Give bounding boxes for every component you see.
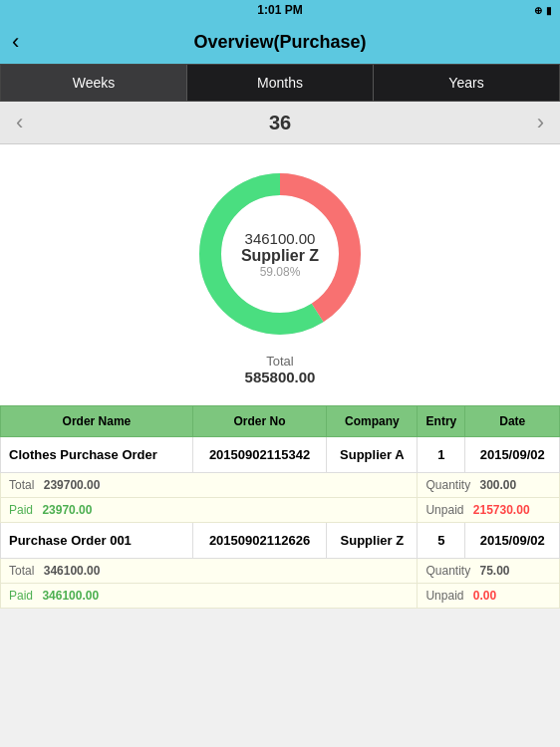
tab-weeks[interactable]: Weeks — [1, 65, 187, 101]
paid-val: 346100.00 — [42, 589, 99, 603]
detail-row-total: Total 346100.00 Quantity 75.00 — [1, 559, 560, 584]
donut-supplier: Supplier Z — [241, 247, 319, 265]
cell-total: Total 346100.00 — [1, 559, 418, 584]
wifi-icon: ⊕ — [534, 5, 542, 16]
total-val: 239700.00 — [44, 478, 101, 492]
cell-quantity: Quantity 75.00 — [418, 559, 560, 584]
cell-order-name: Purchase Order 001 — [1, 523, 193, 559]
status-icons: ⊕ ▮ — [534, 5, 552, 16]
paid-val: 23970.00 — [42, 503, 92, 517]
cell-paid: Paid 23970.00 — [1, 498, 418, 523]
col-entry: Entry — [418, 406, 465, 437]
week-number: 36 — [269, 112, 291, 134]
cell-unpaid: Unpaid 215730.00 — [418, 498, 560, 523]
detail-row-paid: Paid 346100.00 Unpaid 0.00 — [1, 584, 560, 609]
detail-row-paid: Paid 23970.00 Unpaid 215730.00 — [1, 498, 560, 523]
total-section: Total 585800.00 — [245, 354, 316, 393]
total-value: 585800.00 — [245, 369, 316, 385]
col-order-name: Order Name — [1, 406, 193, 437]
prev-week-button[interactable]: ‹ — [16, 110, 23, 135]
cell-order-name: Clothes Purchase Order — [1, 437, 193, 473]
orders-table-wrapper: Order Name Order No Company Entry Date C… — [0, 405, 560, 609]
unpaid-label: Unpaid — [425, 589, 463, 603]
back-arrow-icon: ‹ — [12, 29, 19, 55]
tab-bar: Weeks Months Years — [0, 64, 560, 102]
paid-label: Paid — [9, 589, 33, 603]
quantity-val: 75.00 — [480, 564, 510, 578]
header: ‹ Overview(Purchase) — [0, 20, 560, 64]
cell-entry: 1 — [418, 437, 465, 473]
tab-months[interactable]: Months — [187, 65, 374, 101]
battery-icon: ▮ — [546, 5, 552, 16]
header-title: Overview(Purchase) — [193, 32, 366, 53]
col-order-no: Order No — [192, 406, 326, 437]
cell-order-no: 20150902112626 — [192, 523, 326, 559]
table-row[interactable]: Clothes Purchase Order 20150902115342 Su… — [1, 437, 560, 473]
quantity-val: 300.00 — [480, 478, 517, 492]
table-row[interactable]: Purchase Order 001 20150902112626 Suppli… — [1, 523, 560, 559]
detail-row-total: Total 239700.00 Quantity 300.00 — [1, 473, 560, 498]
cell-total: Total 239700.00 — [1, 473, 418, 498]
cell-order-no: 20150902115342 — [192, 437, 326, 473]
col-company: Company — [327, 406, 418, 437]
table-body: Clothes Purchase Order 20150902115342 Su… — [1, 437, 560, 609]
cell-paid: Paid 346100.00 — [1, 584, 418, 609]
table-header: Order Name Order No Company Entry Date — [1, 406, 560, 437]
status-bar: 1:01 PM ⊕ ▮ — [0, 0, 560, 20]
total-label: Total — [245, 354, 316, 369]
chart-area: 346100.00 Supplier Z 59.08% Total 585800… — [0, 144, 560, 405]
cell-quantity: Quantity 300.00 — [418, 473, 560, 498]
next-week-button[interactable]: › — [537, 110, 544, 135]
donut-value: 346100.00 — [241, 230, 319, 247]
back-button[interactable]: ‹ — [12, 29, 19, 55]
donut-chart: 346100.00 Supplier Z 59.08% — [190, 164, 370, 344]
paid-label: Paid — [9, 503, 33, 517]
total-label: Total — [9, 478, 34, 492]
cell-date: 2015/09/02 — [465, 523, 560, 559]
donut-center: 346100.00 Supplier Z 59.08% — [241, 230, 319, 279]
cell-unpaid: Unpaid 0.00 — [418, 584, 560, 609]
donut-percent: 59.08% — [241, 265, 319, 279]
total-val: 346100.00 — [44, 564, 101, 578]
total-label: Total — [9, 564, 34, 578]
cell-date: 2015/09/02 — [465, 437, 560, 473]
unpaid-val: 215730.00 — [473, 503, 530, 517]
cell-company: Supplier A — [327, 437, 418, 473]
cell-entry: 5 — [418, 523, 465, 559]
quantity-label: Quantity — [425, 478, 470, 492]
cell-company: Supplier Z — [327, 523, 418, 559]
orders-table: Order Name Order No Company Entry Date C… — [0, 405, 560, 609]
col-date: Date — [465, 406, 560, 437]
quantity-label: Quantity — [425, 564, 470, 578]
status-time: 1:01 PM — [257, 3, 302, 17]
unpaid-val: 0.00 — [473, 589, 496, 603]
week-navigator: ‹ 36 › — [0, 102, 560, 144]
unpaid-label: Unpaid — [425, 503, 463, 517]
tab-years[interactable]: Years — [374, 65, 559, 101]
